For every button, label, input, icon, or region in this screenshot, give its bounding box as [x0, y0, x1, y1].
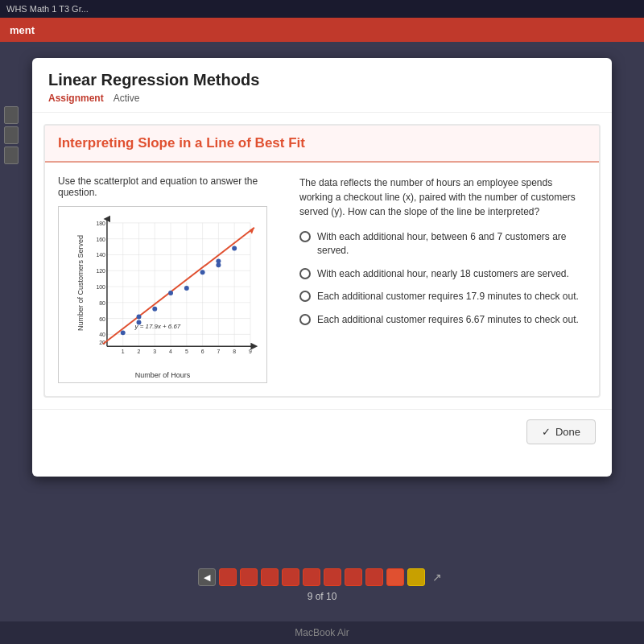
- panel-breadcrumb: Assignment Active: [48, 93, 596, 104]
- radio-d[interactable]: [299, 314, 311, 325]
- svg-text:100: 100: [96, 284, 105, 290]
- page-6[interactable]: [324, 568, 341, 586]
- side-tools: [4, 106, 19, 164]
- svg-text:4: 4: [169, 349, 172, 354]
- question-title: Interpreting Slope in a Line of Best Fit: [58, 135, 586, 151]
- instruction-text: Use the scatterplot and equation to answ…: [58, 175, 283, 198]
- done-label: Done: [555, 426, 580, 438]
- svg-text:160: 160: [96, 237, 105, 242]
- svg-point-49: [232, 246, 237, 251]
- pagination-bar: ◀ ↗: [198, 568, 446, 586]
- bottom-area: ◀ ↗ 9 of 10: [0, 549, 644, 621]
- svg-text:180: 180: [96, 221, 105, 226]
- content-panel: Linear Regression Methods Assignment Act…: [32, 58, 612, 477]
- chart-y-axis-label: Number of Customers Served: [76, 258, 85, 331]
- mac-label: MacBook Air: [295, 627, 349, 638]
- svg-text:3: 3: [153, 349, 156, 354]
- done-button[interactable]: ✓ Done: [526, 419, 596, 444]
- option-a[interactable]: With each additional hour, between 6 and…: [299, 230, 586, 258]
- side-tool-1[interactable]: [4, 106, 19, 124]
- page-4[interactable]: [282, 568, 299, 586]
- svg-text:120: 120: [96, 268, 105, 274]
- page-1[interactable]: [219, 568, 237, 586]
- panel-title: Linear Regression Methods: [48, 71, 596, 89]
- svg-point-45: [184, 286, 189, 291]
- option-d-text: Each additional customer requires 6.67 m…: [317, 313, 579, 327]
- nav-bar: ment: [0, 18, 644, 42]
- page-7[interactable]: [345, 568, 362, 586]
- main-area: Linear Regression Methods Assignment Act…: [0, 42, 644, 549]
- radio-a[interactable]: [299, 231, 311, 242]
- question-section: Interpreting Slope in a Line of Best Fit…: [43, 124, 601, 398]
- panel-header: Linear Regression Methods Assignment Act…: [32, 58, 612, 113]
- right-column: The data reflects the number of hours an…: [299, 175, 586, 383]
- page-8[interactable]: [365, 568, 383, 586]
- svg-text:80: 80: [99, 300, 105, 306]
- chart-inner: 180 160 140 120 100 80 60 40 20 1: [91, 215, 258, 358]
- top-bar: WHS Math 1 T3 Gr...: [0, 0, 644, 18]
- svg-text:9: 9: [249, 349, 252, 354]
- left-column: Use the scatterplot and equation to answ…: [58, 175, 283, 383]
- svg-point-46: [200, 270, 205, 275]
- option-b[interactable]: With each additional hour, nearly 18 cus…: [299, 267, 586, 281]
- svg-point-40: [121, 330, 126, 335]
- done-check-icon: ✓: [542, 426, 551, 438]
- question-body: Use the scatterplot and equation to answ…: [45, 163, 599, 396]
- page-5[interactable]: [303, 568, 320, 586]
- page-3[interactable]: [261, 568, 279, 586]
- chart-x-axis-label: Number of Hours: [135, 371, 191, 379]
- page-10[interactable]: [407, 568, 425, 586]
- svg-text:40: 40: [99, 332, 105, 337]
- svg-text:60: 60: [99, 316, 105, 322]
- svg-text:8: 8: [233, 349, 236, 354]
- svg-text:1: 1: [122, 349, 125, 354]
- question-header: Interpreting Slope in a Line of Best Fit: [45, 126, 599, 163]
- svg-point-43: [152, 307, 157, 312]
- svg-text:5: 5: [185, 349, 188, 354]
- nav-bar-text: ment: [10, 24, 35, 36]
- option-a-text: With each additional hour, between 6 and…: [317, 230, 586, 258]
- side-tool-3[interactable]: [4, 147, 19, 164]
- svg-text:y = 17.9x + 6.67: y = 17.9x + 6.67: [134, 323, 181, 330]
- prev-page-button[interactable]: ◀: [198, 568, 216, 586]
- svg-text:7: 7: [217, 349, 220, 354]
- option-c[interactable]: Each additional customer requires 17.9 m…: [299, 290, 586, 303]
- svg-text:140: 140: [96, 252, 105, 258]
- svg-text:2: 2: [138, 349, 141, 354]
- panel-footer: ✓ Done: [32, 409, 612, 454]
- answer-options: With each additional hour, between 6 and…: [299, 230, 586, 327]
- svg-point-44: [168, 291, 173, 295]
- context-text: The data reflects the number of hours an…: [299, 175, 586, 219]
- page-2[interactable]: [240, 568, 258, 586]
- svg-text:6: 6: [201, 349, 204, 354]
- chart-container: Number of Customers Served: [58, 206, 267, 383]
- cursor-icon: ↗: [428, 568, 446, 586]
- side-tool-2[interactable]: [4, 126, 19, 144]
- breadcrumb-assignment: Assignment: [48, 93, 104, 104]
- page-info: 9 of 10: [308, 591, 337, 602]
- svg-point-42: [137, 315, 142, 320]
- svg-point-48: [216, 262, 221, 267]
- mac-bar: MacBook Air: [0, 621, 644, 644]
- radio-c[interactable]: [299, 291, 311, 302]
- page-9[interactable]: [386, 568, 404, 586]
- radio-b[interactable]: [299, 268, 311, 279]
- option-b-text: With each additional hour, nearly 18 cus…: [317, 267, 569, 281]
- option-c-text: Each additional customer requires 17.9 m…: [317, 290, 579, 303]
- top-bar-title: WHS Math 1 T3 Gr...: [6, 4, 89, 14]
- chart-svg: 180 160 140 120 100 80 60 40 20 1: [91, 215, 258, 358]
- option-d[interactable]: Each additional customer requires 6.67 m…: [299, 313, 586, 327]
- breadcrumb-status: Active: [114, 93, 140, 104]
